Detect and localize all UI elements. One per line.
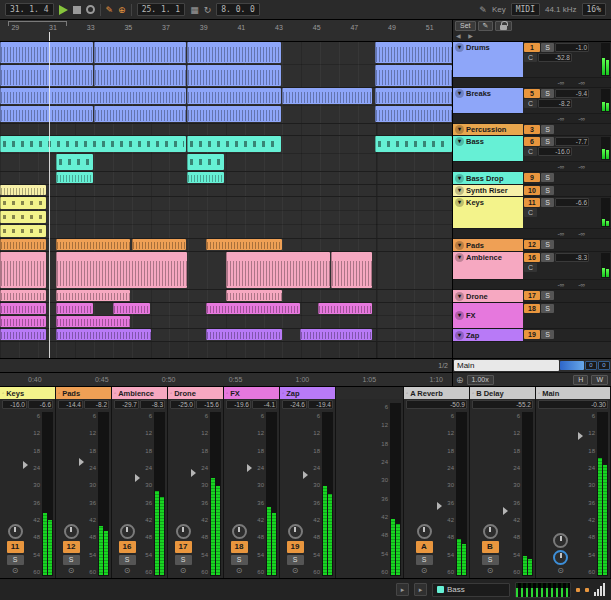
clip[interactable]	[206, 329, 282, 340]
solo-button[interactable]: S	[541, 186, 554, 195]
clip[interactable]	[375, 65, 452, 86]
track-number[interactable]: 9	[524, 173, 540, 182]
strip-solo-button[interactable]: S	[175, 555, 192, 565]
track-number[interactable]: 5	[524, 89, 540, 98]
clip[interactable]	[375, 106, 452, 122]
lane-drums[interactable]	[0, 42, 452, 88]
scroll-arrows[interactable]: ◀ ▶	[455, 32, 476, 39]
clip[interactable]	[300, 329, 372, 340]
solo-button[interactable]: S	[541, 125, 554, 134]
clip[interactable]	[0, 290, 46, 301]
pan-knob[interactable]	[232, 524, 247, 539]
zoom-width-button[interactable]: W	[591, 375, 608, 385]
fold-icon[interactable]: ▾	[455, 198, 464, 207]
main-track-lane[interactable]: 1/2	[0, 358, 452, 372]
lane-area[interactable]	[0, 42, 452, 358]
clip[interactable]	[206, 303, 300, 314]
loop-start-field[interactable]: 25. 1. 1	[137, 3, 186, 16]
track-pan[interactable]: C	[524, 99, 537, 108]
strip-solo-button[interactable]: S	[416, 555, 433, 565]
strip-number[interactable]: 17	[175, 541, 192, 553]
key-map-toggle[interactable]: Key	[492, 5, 506, 14]
lane-fx[interactable]	[0, 303, 452, 329]
strip-volume-2[interactable]: -15.6	[196, 400, 221, 409]
lane-ambience[interactable]	[0, 252, 452, 290]
solo-button[interactable]: S	[541, 291, 554, 300]
main-track-name[interactable]: Main	[454, 360, 559, 371]
bar-ruler[interactable]: 293133353739414345474951	[0, 20, 452, 42]
lane-breaks[interactable]	[0, 88, 452, 124]
strip-header[interactable]: ◦Ambience	[112, 387, 167, 399]
strip-number[interactable]: 19	[287, 541, 304, 553]
clip[interactable]	[0, 197, 46, 209]
pan-knob[interactable]	[120, 524, 135, 539]
lane-bass-drop[interactable]	[0, 172, 452, 185]
track-pan[interactable]: C	[524, 263, 537, 272]
fader-handle[interactable]	[23, 461, 28, 469]
fader-handle[interactable]	[503, 507, 508, 515]
strip-header[interactable]: ◦Pads	[56, 387, 111, 399]
strip-volume[interactable]: -29.7	[114, 400, 139, 409]
clip[interactable]	[318, 303, 372, 314]
fold-icon[interactable]: ▾	[455, 125, 464, 134]
clip[interactable]	[132, 239, 186, 250]
clip[interactable]	[0, 106, 93, 122]
strip-number[interactable]: A	[416, 541, 433, 553]
fold-icon[interactable]: ▾	[455, 292, 464, 301]
clip[interactable]	[0, 88, 186, 104]
clip[interactable]	[187, 65, 281, 86]
strip-solo-button[interactable]: S	[482, 555, 499, 565]
pan-knob[interactable]	[417, 524, 432, 539]
track-number[interactable]: 6	[524, 137, 540, 146]
clip[interactable]	[375, 136, 452, 152]
strip-volume[interactable]: -0.30	[538, 400, 608, 409]
solo-button[interactable]: S	[541, 198, 554, 207]
strip-header[interactable]: ◦Zap	[280, 387, 335, 399]
strip-solo-button[interactable]: S	[119, 555, 136, 565]
strip-solo-button[interactable]: S	[63, 555, 80, 565]
lane-zap[interactable]	[0, 329, 452, 342]
clip[interactable]	[0, 136, 186, 152]
clip[interactable]	[0, 252, 46, 288]
clip[interactable]	[0, 316, 46, 327]
strip-volume[interactable]: -50.9	[406, 400, 467, 409]
track-number[interactable]: 3	[524, 125, 540, 134]
strip-volume-2[interactable]: -8.3	[140, 400, 165, 409]
solo-button[interactable]: S	[541, 89, 554, 98]
strip-header[interactable]: ◦FX	[224, 387, 279, 399]
clip[interactable]	[56, 290, 130, 301]
strip-header[interactable]: ◦B Delay	[470, 387, 535, 399]
strip-number[interactable]: B	[482, 541, 499, 553]
clip[interactable]	[0, 225, 46, 237]
track-number[interactable]: 12	[524, 240, 540, 249]
clip[interactable]	[56, 239, 130, 250]
lane-keys[interactable]	[0, 197, 452, 239]
clip[interactable]	[206, 239, 282, 250]
fader-handle[interactable]	[79, 458, 84, 466]
track-number[interactable]: 10	[524, 186, 540, 195]
strip-header[interactable]: ◦Main	[536, 387, 610, 399]
punch-in-icon[interactable]: ▦	[190, 5, 199, 15]
track-volume[interactable]: -7.7	[555, 137, 589, 146]
fader-handle[interactable]	[135, 474, 140, 482]
clip[interactable]	[113, 303, 150, 314]
record-button[interactable]	[86, 5, 95, 14]
pan-knob[interactable]	[64, 524, 79, 539]
track-number[interactable]: 11	[524, 198, 540, 207]
fold-icon[interactable]: ▾	[455, 331, 464, 340]
main-track-header[interactable]: Main 0 0	[453, 358, 611, 372]
track-pan[interactable]: C	[524, 147, 537, 156]
clip[interactable]	[0, 42, 93, 63]
strip-number[interactable]: 16	[119, 541, 136, 553]
mini-keyboard-display[interactable]	[515, 582, 571, 598]
track-number[interactable]: 17	[524, 291, 540, 300]
track-selector[interactable]: Bass	[432, 583, 510, 597]
strip-solo-button[interactable]: S	[7, 555, 24, 565]
strip-header[interactable]: ◦Drone	[168, 387, 223, 399]
solo-button[interactable]: S	[541, 304, 554, 313]
solo-button[interactable]: S	[541, 137, 554, 146]
clip[interactable]	[187, 106, 281, 122]
clip[interactable]	[56, 329, 151, 340]
track-volume[interactable]: -1.0	[555, 43, 589, 52]
pan-knob[interactable]	[553, 533, 568, 548]
